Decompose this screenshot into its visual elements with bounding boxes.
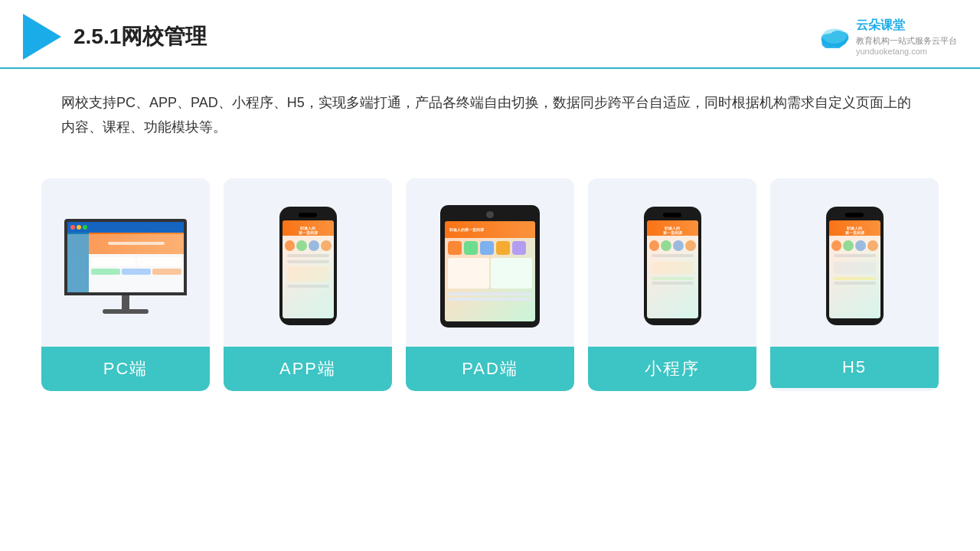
device-card-h5: 职途人的第一堂岗课 (770, 178, 939, 391)
cloud-icon (818, 25, 851, 48)
app-label: APP端 (224, 347, 392, 391)
pc-monitor (64, 219, 187, 314)
svg-point-5 (822, 28, 847, 43)
brand-tagline: 教育机构一站式服务云平台 (856, 35, 957, 47)
tablet-mockup: 职途人的第一堂岗课 (440, 205, 540, 328)
pc-image-area (41, 178, 210, 347)
device-card-miniprogram: 职途人的第一堂岗课 (588, 178, 756, 391)
header-left: 2.5.1网校管理 (23, 14, 207, 60)
monitor-screen (64, 219, 187, 295)
phone-notch-mini (663, 213, 681, 217)
phone-mockup-app: 职途人的第一堂岗课 (279, 207, 337, 325)
pad-image-area: 职途人的第一堂岗课 (406, 178, 574, 347)
phone-notch-h5 (845, 213, 864, 217)
app-image-area: 职途人的第一堂岗课 (224, 178, 392, 347)
device-card-pc: PC端 (41, 178, 210, 391)
device-cards-section: PC端 职途人的第一堂岗课 (0, 155, 980, 391)
device-card-app: 职途人的第一堂岗课 (224, 178, 392, 391)
phone-mockup-h5: 职途人的第一堂岗课 (826, 207, 884, 325)
phone-screen-app: 职途人的第一堂岗课 (283, 220, 334, 318)
brand-url: yunduoketang.com (856, 47, 957, 56)
monitor-screen-inner (67, 222, 184, 292)
description-paragraph: 网校支持PC、APP、PAD、小程序、H5，实现多端打通，产品各终端自由切换，数… (61, 90, 919, 140)
phone-screen-content (283, 236, 334, 318)
phone-notch (299, 213, 317, 217)
phone-screen-mini: 职途人的第一堂岗课 (647, 220, 698, 318)
tablet-home-button (486, 211, 494, 218)
logo-triangle-icon (23, 14, 61, 60)
pc-label: PC端 (41, 347, 210, 391)
h5-screen-content (829, 236, 880, 318)
pad-label: PAD端 (406, 347, 574, 391)
header-right: 云朵课堂 教育机构一站式服务云平台 yunduoketang.com (818, 18, 957, 56)
phone-screen-h5: 职途人的第一堂岗课 (829, 220, 880, 318)
monitor-stand (122, 295, 129, 309)
brand-name-text: 云朵课堂 (856, 18, 957, 34)
device-card-pad: 职途人的第一堂岗课 (406, 178, 574, 391)
mini-screen-content (647, 236, 698, 318)
miniprogram-image-area: 职途人的第一堂岗课 (588, 178, 756, 347)
description-text: 网校支持PC、APP、PAD、小程序、H5，实现多端打通，产品各终端自由切换，数… (0, 69, 980, 148)
tablet-screen-content (445, 238, 535, 321)
h5-label: H5 (770, 347, 939, 388)
brand-logo: 云朵课堂 教育机构一站式服务云平台 yunduoketang.com (818, 18, 957, 56)
header: 2.5.1网校管理 云朵课堂 教育机构一站式服务云平台 yunduoketang… (0, 0, 980, 69)
phone-mockup-mini: 职途人的第一堂岗课 (644, 207, 701, 325)
monitor-base (103, 309, 149, 314)
page-title: 2.5.1网校管理 (74, 22, 207, 51)
h5-image-area: 职途人的第一堂岗课 (770, 178, 939, 347)
miniprogram-label: 小程序 (588, 347, 756, 391)
brand-name: 云朵课堂 教育机构一站式服务云平台 yunduoketang.com (856, 18, 957, 56)
tablet-screen: 职途人的第一堂岗课 (445, 221, 535, 321)
